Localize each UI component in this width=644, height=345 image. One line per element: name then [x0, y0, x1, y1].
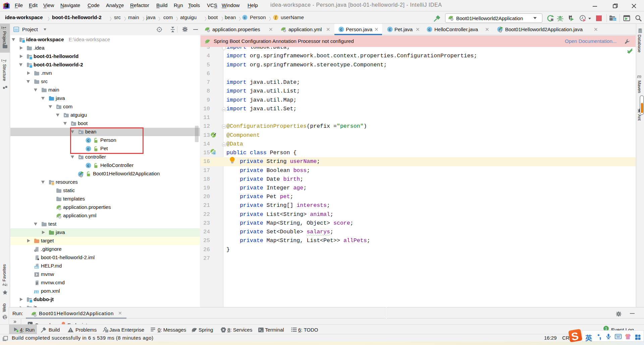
svg-text:IJ: IJ — [5, 4, 6, 6]
svg-text:,: , — [599, 333, 601, 340]
svg-text:c: c — [214, 152, 215, 155]
